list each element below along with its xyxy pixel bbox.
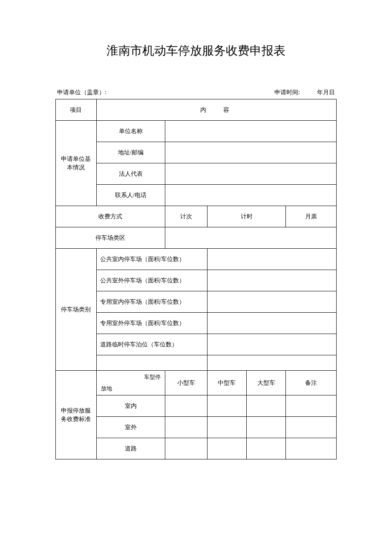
col-small: 小型车 bbox=[165, 371, 207, 395]
unit-name-value bbox=[165, 121, 336, 142]
parking-cat-value-empty bbox=[207, 355, 336, 371]
parking-cat-value-4 bbox=[207, 334, 336, 355]
application-table: 项目 内容 申请单位基本情况 单位名称 地址/邮编 法人代表 联系人/电话 收费… bbox=[55, 99, 337, 459]
fee-standard-diagonal: 车型停 放地 bbox=[96, 371, 165, 395]
parking-cat-value-1 bbox=[207, 270, 336, 291]
fee-method-label: 收费方式 bbox=[56, 206, 165, 227]
outdoor-large bbox=[247, 417, 286, 438]
indoor-medium bbox=[207, 395, 246, 417]
outdoor-medium bbox=[207, 417, 246, 438]
legal-rep-label: 法人代表 bbox=[96, 163, 165, 185]
unit-name-label: 单位名称 bbox=[96, 121, 165, 142]
parking-zone-label: 停车场类区 bbox=[56, 227, 165, 249]
diag-top-label: 车型停 bbox=[144, 373, 161, 381]
parking-cat-row-2: 专用室内停车场（面积/车位数） bbox=[96, 291, 207, 313]
col-remark: 备注 bbox=[286, 371, 337, 395]
parking-cat-value-2 bbox=[207, 291, 336, 313]
parking-cat-row-empty bbox=[96, 355, 207, 371]
fee-standard-section: 申报停放服务收费标准 bbox=[56, 371, 97, 459]
row-indoor-label: 室内 bbox=[96, 395, 165, 417]
fee-by-count: 计次 bbox=[165, 206, 207, 227]
road-small bbox=[165, 438, 207, 459]
parking-zone-value bbox=[165, 227, 336, 249]
page-title: 淮南市机动车停放服务收费申报表 bbox=[55, 43, 337, 59]
outdoor-remark bbox=[286, 417, 337, 438]
apply-time-label: 申请时间: bbox=[274, 89, 300, 96]
indoor-remark bbox=[286, 395, 337, 417]
outdoor-small bbox=[165, 417, 207, 438]
date-placeholder: 年月日 bbox=[317, 89, 335, 96]
road-remark bbox=[286, 438, 337, 459]
applicant-unit-label: 申请单位（盖章）: bbox=[57, 89, 107, 96]
address-value bbox=[165, 142, 336, 163]
fee-by-time: 计时 bbox=[207, 206, 286, 227]
parking-cat-row-0: 公共室内停车场（面积/车位数） bbox=[96, 249, 207, 270]
fee-monthly: 月票 bbox=[286, 206, 337, 227]
parking-cat-row-4: 道路临时停车泊位（车位数） bbox=[96, 334, 207, 355]
header-line: 申请单位（盖章）: 申请时间: 年月日 bbox=[55, 89, 337, 96]
col-medium: 中型车 bbox=[207, 371, 246, 395]
parking-category-section: 停车场类别 bbox=[56, 249, 97, 371]
road-large bbox=[247, 438, 286, 459]
road-medium bbox=[207, 438, 246, 459]
col-large: 大型车 bbox=[247, 371, 286, 395]
parking-cat-value-3 bbox=[207, 313, 336, 334]
contact-label: 联系人/电话 bbox=[96, 185, 165, 206]
parking-cat-row-3: 专用室外停车场（面积/车位数） bbox=[96, 313, 207, 334]
legal-rep-value bbox=[165, 163, 336, 185]
row-road-label: 道路 bbox=[96, 438, 165, 459]
row-outdoor-label: 室外 bbox=[96, 417, 165, 438]
content-label: 内容 bbox=[96, 99, 336, 121]
project-label: 项目 bbox=[56, 99, 97, 121]
diag-bottom-label: 放地 bbox=[101, 385, 112, 392]
basic-info-section: 申请单位基本情况 bbox=[56, 121, 97, 206]
parking-cat-row-1: 公共室外停车场（面积/车位数） bbox=[96, 270, 207, 291]
contact-value bbox=[165, 185, 336, 206]
indoor-small bbox=[165, 395, 207, 417]
indoor-large bbox=[247, 395, 286, 417]
parking-cat-value-0 bbox=[207, 249, 336, 270]
address-label: 地址/邮编 bbox=[96, 142, 165, 163]
